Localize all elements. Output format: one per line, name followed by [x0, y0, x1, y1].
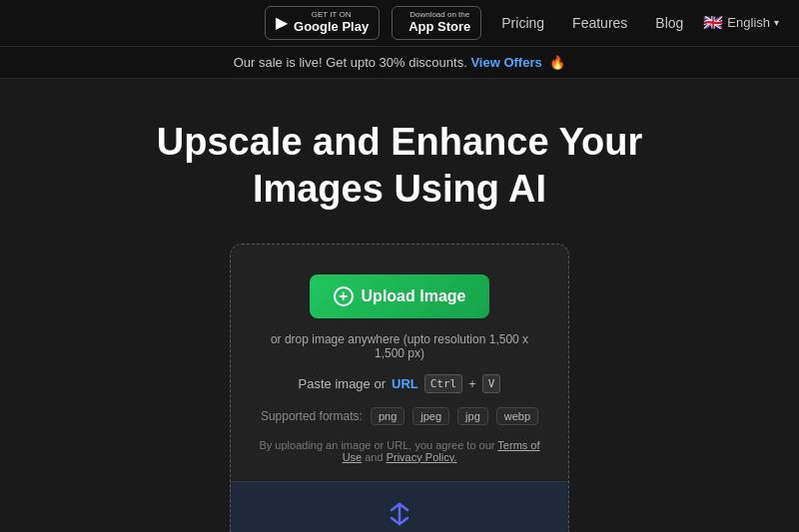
paste-row: Paste image or URL Ctrl + V [299, 374, 501, 393]
url-link[interactable]: URL [392, 376, 418, 391]
google-play-button[interactable]: ▶ GET IT ON Google Play [265, 6, 380, 40]
drop-hint-text: or drop image anywhere (upto resolution … [255, 332, 544, 360]
plus-circle-icon: + [334, 286, 354, 306]
upload-btn-wrapper: + Upload Image [310, 274, 490, 332]
bulk-section: Want to Upscale Images in bulk? Get Earl… [230, 481, 569, 532]
upload-box: + Upload Image or drop image anywhere (u… [230, 244, 569, 532]
plus-separator: + [468, 376, 476, 391]
formats-row: Supported formats: png jpeg jpg webp [261, 407, 538, 425]
page-title: Upscale and Enhance Your Images Using AI [157, 119, 642, 214]
format-png: png [371, 407, 404, 425]
ctrl-key: Ctrl [424, 374, 463, 393]
flag-icon: 🇬🇧 [703, 13, 723, 32]
main-content: Upscale and Enhance Your Images Using AI… [0, 79, 799, 532]
navbar: ▶ GET IT ON Google Play Download on the … [0, 0, 799, 47]
language-selector[interactable]: 🇬🇧 English ▾ [703, 13, 779, 32]
fire-emoji: 🔥 [549, 55, 565, 70]
view-offers-link[interactable]: View Offers [470, 55, 541, 70]
format-jpg: jpg [457, 407, 488, 425]
nav-pricing[interactable]: Pricing [493, 11, 552, 35]
google-play-icon: ▶ [276, 13, 288, 32]
format-webp: webp [496, 407, 538, 425]
bulk-arrows-icon [386, 500, 413, 528]
nav-blog[interactable]: Blog [647, 11, 691, 35]
sale-text: Our sale is live! Get upto 30% discounts… [234, 55, 467, 70]
formats-label: Supported formats: [261, 409, 363, 423]
chevron-down-icon: ▾ [774, 17, 779, 28]
format-jpeg: jpeg [412, 407, 449, 425]
app-store-text: Download on the App Store [408, 11, 470, 35]
google-play-text: GET IT ON Google Play [294, 11, 369, 35]
paste-label: Paste image or [299, 376, 386, 391]
language-label: English [727, 15, 770, 30]
sale-banner: Our sale is live! Get upto 30% discounts… [0, 47, 799, 79]
upload-button-label: Upload Image [362, 287, 466, 305]
app-store-button[interactable]: Download on the App Store [392, 6, 481, 40]
v-key: V [482, 374, 501, 393]
upload-image-button[interactable]: + Upload Image [310, 274, 490, 318]
privacy-link[interactable]: Privacy Policy. [387, 451, 457, 463]
terms-text: By uploading an image or URL, you agree … [255, 439, 544, 463]
nav-features[interactable]: Features [564, 11, 635, 35]
